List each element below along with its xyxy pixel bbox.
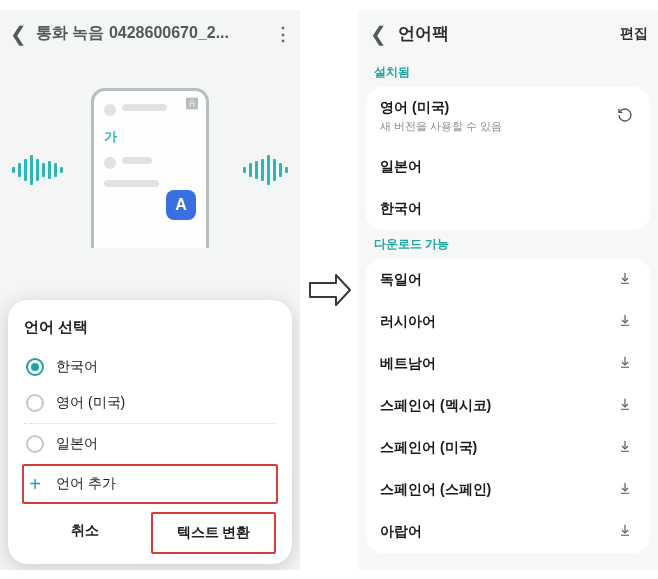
available-item[interactable]: 독일어 — [366, 259, 650, 301]
right-header: ❮ 언어팩 편집 — [358, 10, 658, 58]
list-item-label: 러시아어 — [380, 313, 436, 329]
transcription-illustration: 🅰 가 A — [0, 58, 300, 278]
download-icon[interactable] — [614, 355, 636, 372]
illustration-bubble: 가 — [104, 129, 117, 144]
page-title: 통화 녹음 0428600670_2... — [36, 23, 266, 44]
available-item[interactable]: 스페인어 (스페인) — [366, 469, 650, 511]
language-option-label: 한국어 — [56, 358, 98, 376]
list-item-sub: 새 버전을 사용할 수 있음 — [380, 119, 614, 134]
radio-selected-icon — [26, 358, 44, 376]
arrow-right-icon — [306, 267, 352, 313]
back-chevron-icon[interactable]: ❮ — [368, 22, 388, 46]
download-icon[interactable] — [614, 481, 636, 498]
download-icon[interactable] — [614, 439, 636, 456]
edit-button[interactable]: 편집 — [620, 25, 648, 43]
list-item-label: 스페인어 (멕시코) — [380, 397, 491, 413]
download-icon[interactable] — [614, 523, 636, 540]
available-item[interactable]: 베트남어 — [366, 343, 650, 385]
list-item-label: 베트남어 — [380, 355, 436, 371]
left-screen: ❮ 통화 녹음 0428600670_2... ⋮ 🅰 가 A 언어 선택 한국… — [0, 10, 300, 570]
section-available-label: 다운로드 가능 — [358, 230, 658, 259]
translate-icon: 🅰 — [186, 97, 198, 111]
available-item[interactable]: 스페인어 (멕시코) — [366, 385, 650, 427]
installed-item-english-us[interactable]: 영어 (미국) 새 버전을 사용할 수 있음 — [366, 87, 650, 146]
language-option-label: 일본어 — [56, 435, 98, 453]
flow-arrow — [300, 267, 358, 313]
list-item-label: 독일어 — [380, 271, 422, 287]
back-chevron-icon[interactable]: ❮ — [8, 22, 28, 46]
language-option-english-us[interactable]: 영어 (미국) — [24, 385, 276, 421]
letter-badge-icon: A — [166, 190, 196, 220]
right-screen: ❮ 언어팩 편집 설치됨 영어 (미국) 새 버전을 사용할 수 있음 일본어 … — [358, 10, 658, 570]
separator — [24, 423, 276, 424]
dialog-title: 언어 선택 — [24, 318, 276, 337]
section-installed-label: 설치됨 — [358, 58, 658, 87]
language-select-dialog: 언어 선택 한국어 영어 (미국) 일본어 + 언어 추가 취소 텍스트 변환 — [8, 300, 292, 564]
available-languages-card: 독일어 러시아어 베트남어 스페인어 (멕시코) 스페인어 (미국) — [366, 259, 650, 553]
download-icon[interactable] — [614, 271, 636, 288]
list-item-label: 한국어 — [380, 200, 422, 216]
list-item-label: 영어 (미국) — [380, 99, 449, 115]
language-option-korean[interactable]: 한국어 — [24, 349, 276, 385]
available-item[interactable]: 러시아어 — [366, 301, 650, 343]
list-item-label: 스페인어 (미국) — [380, 439, 477, 455]
add-language-button[interactable]: + 언어 추가 — [22, 464, 278, 504]
radio-icon — [26, 394, 44, 412]
phone-mock-icon: 🅰 가 A — [91, 88, 209, 248]
language-option-japanese[interactable]: 일본어 — [24, 426, 276, 462]
add-language-label: 언어 추가 — [56, 475, 116, 493]
left-header: ❮ 통화 녹음 0428600670_2... ⋮ — [0, 10, 300, 58]
radio-icon — [26, 435, 44, 453]
more-icon[interactable]: ⋮ — [274, 23, 292, 45]
dialog-button-bar: 취소 텍스트 변환 — [24, 512, 276, 554]
plus-icon: + — [26, 475, 44, 493]
installed-languages-card: 영어 (미국) 새 버전을 사용할 수 있음 일본어 한국어 — [366, 87, 650, 230]
language-option-label: 영어 (미국) — [56, 394, 125, 412]
available-item[interactable]: 스페인어 (미국) — [366, 427, 650, 469]
download-icon[interactable] — [614, 313, 636, 330]
cancel-button[interactable]: 취소 — [24, 512, 145, 554]
list-item-label: 아랍어 — [380, 523, 422, 539]
transcribe-button[interactable]: 텍스트 변환 — [151, 512, 276, 554]
available-item[interactable]: 아랍어 — [366, 511, 650, 553]
download-icon[interactable] — [614, 397, 636, 414]
list-item-label: 일본어 — [380, 158, 422, 174]
page-title: 언어팩 — [398, 22, 610, 45]
installed-item-korean[interactable]: 한국어 — [366, 188, 650, 230]
refresh-icon[interactable] — [614, 107, 636, 126]
installed-item-japanese[interactable]: 일본어 — [366, 146, 650, 188]
list-item-label: 스페인어 (스페인) — [380, 481, 491, 497]
